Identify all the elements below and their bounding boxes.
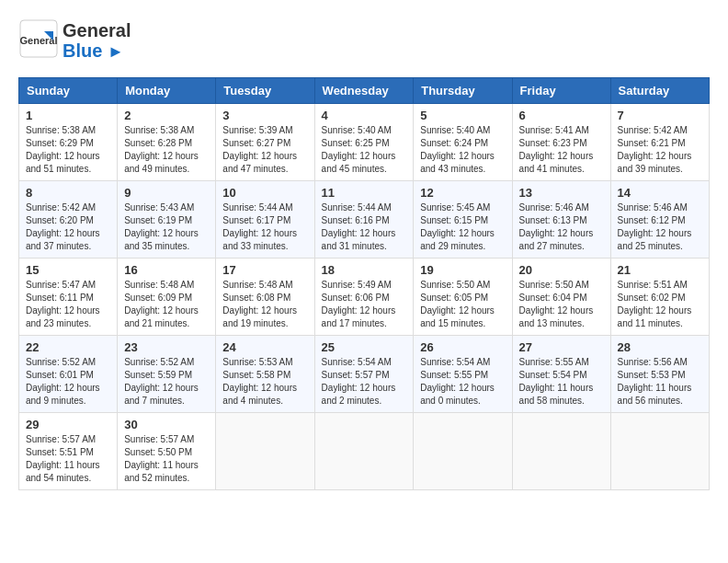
calendar-cell: 22 Sunrise: 5:52 AM Sunset: 6:01 PM Dayl… [19,336,118,413]
calendar-cell: 23 Sunrise: 5:52 AM Sunset: 5:59 PM Dayl… [118,336,216,413]
cell-content: Sunrise: 5:47 AM Sunset: 6:11 PM Dayligh… [26,279,110,330]
cell-content: Sunrise: 5:57 AM Sunset: 5:51 PM Dayligh… [26,433,110,485]
weekday-header-tuesday: Tuesday [216,78,314,104]
day-number: 12 [420,186,505,200]
cell-content: Sunrise: 5:48 AM Sunset: 6:09 PM Dayligh… [124,279,209,330]
day-number: 4 [322,109,407,122]
calendar-cell: 15 Sunrise: 5:47 AM Sunset: 6:11 PM Dayl… [19,259,118,336]
calendar-cell [512,413,610,490]
calendar-cell: 10 Sunrise: 5:44 AM Sunset: 6:17 PM Dayl… [216,181,314,259]
calendar-cell: 5 Sunrise: 5:40 AM Sunset: 6:24 PM Dayli… [414,104,512,181]
calendar-cell: 24 Sunrise: 5:53 AM Sunset: 5:58 PM Dayl… [216,336,314,413]
day-number: 15 [26,263,110,277]
calendar-table: SundayMondayTuesdayWednesdayThursdayFrid… [18,77,710,490]
cell-content: Sunrise: 5:42 AM Sunset: 6:21 PM Dayligh… [618,124,702,176]
cell-content: Sunrise: 5:52 AM Sunset: 6:01 PM Dayligh… [26,356,110,408]
cell-content: Sunrise: 5:54 AM Sunset: 5:57 PM Dayligh… [322,356,407,408]
cell-content: Sunrise: 5:51 AM Sunset: 6:02 PM Dayligh… [618,279,702,330]
day-number: 27 [519,340,604,354]
calendar-cell: 11 Sunrise: 5:44 AM Sunset: 6:16 PM Dayl… [314,181,414,259]
calendar-cell: 14 Sunrise: 5:46 AM Sunset: 6:12 PM Dayl… [610,181,709,259]
calendar-week-1: 1 Sunrise: 5:38 AM Sunset: 6:29 PM Dayli… [19,104,710,181]
calendar-cell: 19 Sunrise: 5:50 AM Sunset: 6:05 PM Dayl… [414,259,512,336]
cell-content: Sunrise: 5:50 AM Sunset: 6:04 PM Dayligh… [519,279,604,330]
cell-content: Sunrise: 5:43 AM Sunset: 6:19 PM Dayligh… [124,201,209,253]
cell-content: Sunrise: 5:52 AM Sunset: 5:59 PM Dayligh… [124,356,209,408]
logo-text: General Blue ► [63,20,131,62]
weekday-header-saturday: Saturday [610,78,709,104]
day-number: 21 [618,263,702,277]
day-number: 3 [222,109,307,122]
calendar-cell [314,413,414,490]
weekday-header-thursday: Thursday [414,78,512,104]
cell-content: Sunrise: 5:49 AM Sunset: 6:06 PM Dayligh… [322,279,407,330]
page-header: General General Blue ► [18,18,710,63]
day-number: 26 [420,340,505,354]
weekday-header-wednesday: Wednesday [314,78,414,104]
day-number: 5 [420,109,505,122]
cell-content: Sunrise: 5:44 AM Sunset: 6:16 PM Dayligh… [322,201,407,253]
cell-content: Sunrise: 5:50 AM Sunset: 6:05 PM Dayligh… [420,279,505,330]
calendar-cell: 3 Sunrise: 5:39 AM Sunset: 6:27 PM Dayli… [216,104,314,181]
calendar-cell: 20 Sunrise: 5:50 AM Sunset: 6:04 PM Dayl… [512,259,610,336]
day-number: 11 [322,186,407,200]
calendar-cell: 25 Sunrise: 5:54 AM Sunset: 5:57 PM Dayl… [314,336,414,413]
cell-content: Sunrise: 5:39 AM Sunset: 6:27 PM Dayligh… [222,124,307,176]
calendar-cell: 27 Sunrise: 5:55 AM Sunset: 5:54 PM Dayl… [512,336,610,413]
cell-content: Sunrise: 5:46 AM Sunset: 6:12 PM Dayligh… [618,201,702,253]
cell-content: Sunrise: 5:40 AM Sunset: 6:25 PM Dayligh… [322,124,407,176]
calendar-cell: 7 Sunrise: 5:42 AM Sunset: 6:21 PM Dayli… [610,104,709,181]
weekday-header-sunday: Sunday [19,78,118,104]
day-number: 30 [124,418,209,431]
logo: General General Blue ► [18,18,131,63]
day-number: 2 [124,109,209,122]
calendar-week-4: 22 Sunrise: 5:52 AM Sunset: 6:01 PM Dayl… [19,336,710,413]
day-number: 28 [618,340,702,354]
day-number: 8 [26,186,110,200]
cell-content: Sunrise: 5:53 AM Sunset: 5:58 PM Dayligh… [222,356,307,408]
calendar-cell: 30 Sunrise: 5:57 AM Sunset: 5:50 PM Dayl… [118,413,216,490]
calendar-cell: 28 Sunrise: 5:56 AM Sunset: 5:53 PM Dayl… [610,336,709,413]
weekday-header-row: SundayMondayTuesdayWednesdayThursdayFrid… [19,78,710,104]
calendar-cell: 17 Sunrise: 5:48 AM Sunset: 6:08 PM Dayl… [216,259,314,336]
calendar-cell [610,413,709,490]
cell-content: Sunrise: 5:41 AM Sunset: 6:23 PM Dayligh… [519,124,604,176]
day-number: 18 [322,263,407,277]
day-number: 19 [420,263,505,277]
cell-content: Sunrise: 5:48 AM Sunset: 6:08 PM Dayligh… [222,279,307,330]
calendar-cell: 16 Sunrise: 5:48 AM Sunset: 6:09 PM Dayl… [118,259,216,336]
calendar-cell: 8 Sunrise: 5:42 AM Sunset: 6:20 PM Dayli… [19,181,118,259]
calendar-week-5: 29 Sunrise: 5:57 AM Sunset: 5:51 PM Dayl… [19,413,710,490]
calendar-cell: 12 Sunrise: 5:45 AM Sunset: 6:15 PM Dayl… [414,181,512,259]
cell-content: Sunrise: 5:42 AM Sunset: 6:20 PM Dayligh… [26,201,110,253]
day-number: 22 [26,340,110,354]
day-number: 13 [519,186,604,200]
day-number: 10 [222,186,307,200]
cell-content: Sunrise: 5:45 AM Sunset: 6:15 PM Dayligh… [420,201,505,253]
calendar-cell: 4 Sunrise: 5:40 AM Sunset: 6:25 PM Dayli… [314,104,414,181]
calendar-cell [414,413,512,490]
calendar-cell: 13 Sunrise: 5:46 AM Sunset: 6:13 PM Dayl… [512,181,610,259]
day-number: 25 [322,340,407,354]
calendar-cell: 6 Sunrise: 5:41 AM Sunset: 6:23 PM Dayli… [512,104,610,181]
calendar-week-3: 15 Sunrise: 5:47 AM Sunset: 6:11 PM Dayl… [19,259,710,336]
cell-content: Sunrise: 5:57 AM Sunset: 5:50 PM Dayligh… [124,433,209,485]
calendar-cell: 1 Sunrise: 5:38 AM Sunset: 6:29 PM Dayli… [19,104,118,181]
cell-content: Sunrise: 5:40 AM Sunset: 6:24 PM Dayligh… [420,124,505,176]
day-number: 9 [124,186,209,200]
cell-content: Sunrise: 5:46 AM Sunset: 6:13 PM Dayligh… [519,201,604,253]
weekday-header-monday: Monday [118,78,216,104]
day-number: 23 [124,340,209,354]
calendar-week-2: 8 Sunrise: 5:42 AM Sunset: 6:20 PM Dayli… [19,181,710,259]
day-number: 20 [519,263,604,277]
day-number: 24 [222,340,307,354]
weekday-header-friday: Friday [512,78,610,104]
cell-content: Sunrise: 5:56 AM Sunset: 5:53 PM Dayligh… [618,356,702,408]
day-number: 6 [519,109,604,122]
cell-content: Sunrise: 5:44 AM Sunset: 6:17 PM Dayligh… [222,201,307,253]
calendar-cell: 2 Sunrise: 5:38 AM Sunset: 6:28 PM Dayli… [118,104,216,181]
calendar-cell [216,413,314,490]
calendar-cell: 18 Sunrise: 5:49 AM Sunset: 6:06 PM Dayl… [314,259,414,336]
cell-content: Sunrise: 5:55 AM Sunset: 5:54 PM Dayligh… [519,356,604,408]
day-number: 29 [26,418,110,431]
